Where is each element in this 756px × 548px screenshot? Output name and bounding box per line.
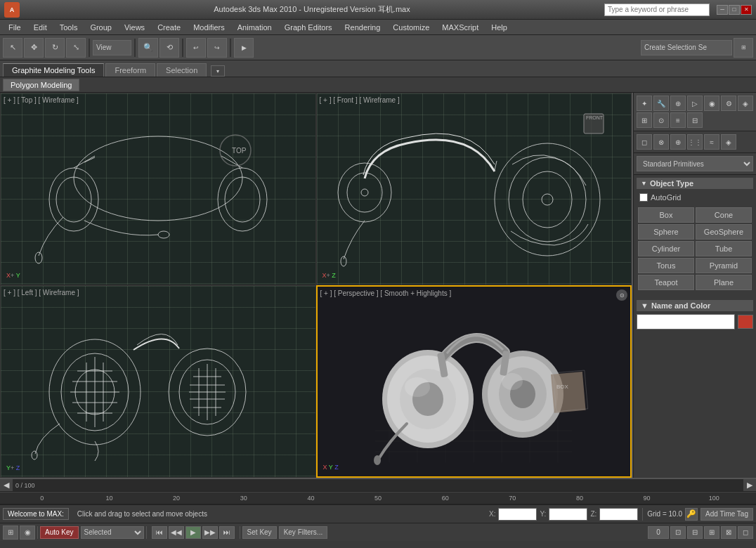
bottom-sep-3 (240, 526, 240, 539)
set-key-btn[interactable]: Set Key (242, 526, 277, 539)
viewport-left[interactable]: [ + ] [ Left ] [ Wireframe ] (0, 285, 316, 478)
close-button[interactable]: ✕ (741, 5, 752, 15)
create-selection-set[interactable]: Create Selection Se (641, 40, 732, 56)
menu-item-tools[interactable]: Tools (54, 22, 84, 33)
tab-graphite-modeling[interactable]: Graphite Modeling Tools (3, 63, 104, 77)
menu-item-help[interactable]: Help (485, 22, 513, 33)
restore-button[interactable]: □ (729, 5, 740, 15)
viewport-perspective-icon[interactable]: ⊙ (616, 289, 627, 301)
named-sel-btn[interactable]: ⊞ (734, 38, 753, 58)
menu-item-rendering[interactable]: Rendering (339, 22, 386, 33)
timeline-prev-btn[interactable]: ◀ (0, 479, 13, 491)
menu-item-views[interactable]: Views (119, 22, 150, 33)
geosphere-btn[interactable]: GeoSphere (696, 224, 752, 240)
selected-dropdown[interactable]: Selected All (81, 526, 144, 539)
motion-icon[interactable]: ▷ (687, 96, 703, 111)
menu-item-modifiers[interactable]: Modifiers (188, 22, 230, 33)
menu-item-animation[interactable]: Animation (232, 22, 278, 33)
cylinder-btn[interactable]: Cylinder (638, 241, 694, 256)
panel-row2-icon-4[interactable]: ⋮⋮ (687, 134, 703, 150)
x-input[interactable] (498, 508, 537, 521)
add-time-tag-btn[interactable]: Add Time Tag (700, 508, 753, 521)
auto-key-btn[interactable]: Auto Key (40, 526, 79, 539)
panel-row2-icon-1[interactable]: ◻ (637, 134, 652, 150)
viewport-perspective[interactable]: [ + ] [ Perspective ] [ Smooth + Highlig… (316, 285, 632, 478)
torus-btn[interactable]: Torus (638, 258, 694, 273)
frame-counter-input[interactable]: 0 (648, 526, 669, 539)
object-type-header[interactable]: ▼ Object Type (637, 178, 753, 189)
panel-icon-11[interactable]: ⊟ (687, 112, 703, 128)
search-input[interactable] (604, 4, 710, 16)
teapot-btn[interactable]: Teapot (638, 275, 694, 290)
name-color-header[interactable]: ▼ Name and Color (637, 300, 753, 311)
rotate-tool-btn[interactable]: ↻ (45, 38, 65, 58)
right-icon-4[interactable]: ⊠ (721, 526, 736, 539)
cone-btn[interactable]: Cone (696, 207, 752, 223)
viewport-top[interactable]: [ + ] [ Top ] [ Wireframe ] (0, 93, 316, 285)
y-input[interactable] (549, 508, 587, 521)
create-icon[interactable]: ✦ (637, 96, 652, 111)
menu-item-create[interactable]: Create (152, 22, 186, 33)
orbit-btn[interactable]: ⟲ (159, 38, 179, 58)
right-icon-5[interactable]: ◻ (738, 526, 753, 539)
right-icon-1[interactable]: ⊡ (670, 526, 686, 539)
key-filters-btn[interactable]: Key Filters... (279, 526, 328, 539)
menu-item-group[interactable]: Group (84, 22, 117, 33)
tab-expand-btn[interactable]: ▾ (211, 65, 225, 77)
menu-item-maxscript[interactable]: MAXScript (436, 22, 484, 33)
sphere-btn[interactable]: Sphere (638, 224, 694, 240)
title-text: Autodesk 3ds Max 2010 - Unregistered Ver… (24, 4, 600, 15)
panel-row2-icon-2[interactable]: ⊗ (653, 134, 669, 150)
redo-btn[interactable]: ↪ (207, 38, 227, 58)
z-input[interactable] (599, 508, 638, 521)
undo-btn[interactable]: ↩ (186, 38, 206, 58)
bottom-icon-2[interactable]: ◉ (20, 526, 35, 540)
menu-item-graph-editors[interactable]: Graph Editors (279, 22, 338, 33)
select-tool-btn[interactable]: ↖ (3, 38, 22, 58)
panel-row2-icon-3[interactable]: ⊕ (670, 134, 686, 150)
autogrid-checkbox[interactable] (639, 193, 648, 202)
tab-selection[interactable]: Selection (157, 63, 207, 77)
zoom-btn[interactable]: 🔍 (138, 38, 158, 58)
go-end-btn[interactable]: ⏭ (219, 526, 235, 539)
utilities-icon[interactable]: ⚙ (721, 96, 736, 111)
viewport-front[interactable]: [ + ] [ Front ] [ Wireframe ] (316, 93, 632, 285)
panel-icon-9[interactable]: ⊙ (653, 112, 669, 128)
panel-type-dropdown[interactable]: Standard Primitives Extended Primitives … (637, 156, 753, 171)
view-dropdown[interactable]: View (93, 40, 131, 56)
tab-freeform[interactable]: Freeform (105, 63, 155, 77)
render-btn[interactable]: ▶ (234, 38, 254, 58)
pyramid-btn[interactable]: Pyramid (696, 258, 752, 273)
color-swatch[interactable] (738, 315, 753, 329)
timeline-next-btn[interactable]: ▶ (743, 479, 756, 491)
prev-frame-btn[interactable]: ◀◀ (169, 526, 184, 539)
panel-row2-icon-5[interactable]: ≈ (704, 134, 719, 150)
panel-icon-10[interactable]: ≡ (670, 112, 686, 128)
menu-item-file[interactable]: File (3, 22, 27, 33)
right-icon-2[interactable]: ⊟ (687, 526, 703, 539)
display-icon[interactable]: ◉ (704, 96, 719, 111)
bottom-icon-1[interactable]: ⊞ (3, 526, 18, 540)
next-frame-btn[interactable]: ▶▶ (202, 526, 218, 539)
panel-row2-icon-6[interactable]: ◈ (721, 134, 736, 150)
box-btn[interactable]: Box (638, 207, 694, 223)
tube-btn[interactable]: Tube (696, 241, 752, 256)
object-name-input[interactable] (637, 314, 735, 330)
key-icon[interactable]: 🔑 (685, 508, 698, 521)
tab-polygon-modeling[interactable]: Polygon Modeling (3, 79, 79, 91)
scale-tool-btn[interactable]: ⤡ (66, 38, 86, 58)
right-icon-3[interactable]: ⊞ (704, 526, 719, 539)
play-btn[interactable]: ▶ (185, 526, 201, 539)
move-tool-btn[interactable]: ✥ (24, 38, 44, 58)
menu-item-edit[interactable]: Edit (28, 22, 53, 33)
hierarchy-icon[interactable]: ⊕ (670, 96, 686, 111)
panel-icon-8[interactable]: ⊞ (637, 112, 652, 128)
go-start-btn[interactable]: ⏮ (152, 526, 167, 539)
panel-icon-7[interactable]: ◈ (738, 96, 753, 111)
timeline-bar[interactable]: 0 / 100 (13, 479, 743, 491)
plane-btn[interactable]: Plane (696, 275, 752, 290)
minimize-button[interactable]: ─ (717, 5, 728, 15)
status-sep-1 (642, 508, 643, 521)
modify-icon[interactable]: 🔧 (653, 96, 669, 111)
menu-item-customize[interactable]: Customize (387, 22, 435, 33)
